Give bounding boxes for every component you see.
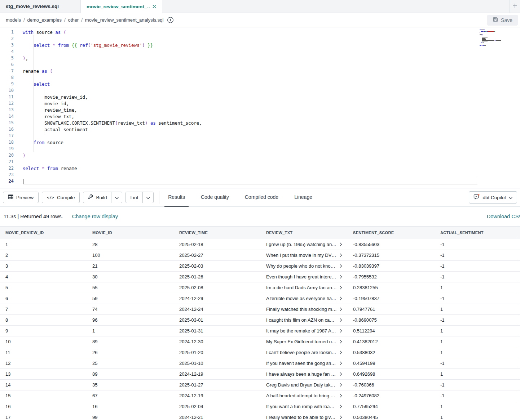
code-line[interactable]: 11 movie_review_id,: [0, 94, 520, 100]
code-line[interactable]: 17: [0, 133, 520, 139]
code-line[interactable]: 3 select * from {{ ref('stg_movie_review…: [0, 42, 520, 48]
expand-row-chevron-icon[interactable]: [340, 286, 342, 290]
table-icon: [8, 194, 13, 201]
copilot-chat-sparkle-icon: [473, 194, 480, 201]
expand-row-chevron-icon[interactable]: [340, 350, 342, 354]
table-cell: 8: [0, 317, 87, 323]
review-text: Finally watched this shocking movie last…: [266, 307, 337, 312]
table-cell: -1: [435, 263, 520, 269]
table-cell: 1: [435, 339, 520, 344]
breadcrumb-separator: /: [23, 17, 25, 23]
breadcrumb-segment[interactable]: demo_examples: [27, 17, 62, 23]
code-line[interactable]: 1with source as (: [0, 29, 520, 35]
build-button[interactable]: Build: [83, 192, 111, 203]
result-tabs: Results Code quality Compiled code Linea…: [164, 188, 325, 207]
file-tab-stg-movie-reviews[interactable]: stg_movie_reviews.sql: [0, 0, 80, 13]
copilot-sparkle-badge-icon[interactable]: [167, 17, 174, 23]
table-cell: 1: [435, 371, 520, 377]
table-cell: 2025-01-27: [174, 382, 261, 388]
file-tab-label: movie_review_sentiment_…: [87, 4, 150, 9]
expand-row-chevron-icon[interactable]: [340, 415, 342, 419]
tab-results[interactable]: Results: [164, 188, 189, 207]
table-cell: 2025-02-03: [174, 263, 261, 269]
preview-button[interactable]: Preview: [3, 192, 39, 203]
build-dropdown-button[interactable]: [111, 192, 122, 203]
close-icon[interactable]: [153, 5, 156, 8]
code-line[interactable]: 16 actual_sentiment: [0, 126, 520, 133]
compile-button[interactable]: </> Compile: [42, 192, 80, 203]
code-line[interactable]: 5),: [0, 55, 520, 61]
expand-row-chevron-icon[interactable]: [340, 329, 342, 333]
review-text: I have always been a huge fan of "Home M…: [266, 371, 337, 377]
code-line[interactable]: 7rename as (: [0, 68, 520, 74]
code-line[interactable]: 19: [0, 146, 520, 152]
dbt-cloud-ide: stg_movie_reviews.sql movie_review_senti…: [0, 0, 520, 420]
table-row: 16162025-02-04If you want a fun romp wit…: [0, 401, 520, 412]
review-text: Greg Davis and Bryan Daly take some craz…: [266, 382, 337, 388]
column-header-movie_review_id: MOVIE_REVIEW_ID: [0, 231, 87, 235]
table-cell: I can't believe people are looking for a…: [261, 350, 348, 355]
expand-row-chevron-icon[interactable]: [340, 253, 342, 257]
code-line[interactable]: 21: [0, 158, 520, 165]
table-cell: 0.5112294: [348, 328, 435, 334]
review-text: I really wanted to be able to give this …: [266, 415, 337, 420]
table-cell: 59: [87, 296, 174, 301]
expand-row-chevron-icon[interactable]: [340, 264, 342, 268]
table-cell: -0.83555603: [348, 242, 435, 247]
expand-row-chevron-icon[interactable]: [340, 405, 342, 408]
table-cell: -0.8690075: [348, 317, 435, 323]
new-tab-button[interactable]: [509, 0, 520, 13]
breadcrumb-segment[interactable]: other: [68, 17, 79, 23]
plus-icon: [512, 3, 517, 10]
code-line[interactable]: 14 review_txt,: [0, 113, 520, 120]
code-line[interactable]: 12 movie_id,: [0, 100, 520, 107]
code-line[interactable]: 8: [0, 74, 520, 81]
lint-dropdown-button[interactable]: [142, 192, 153, 203]
code-line[interactable]: 9 select: [0, 81, 520, 87]
expand-row-chevron-icon[interactable]: [340, 394, 342, 398]
code-line[interactable]: 20): [0, 152, 520, 158]
line-number: 7: [0, 68, 14, 74]
line-number: 8: [0, 74, 14, 81]
code-line[interactable]: 22select * from rename: [0, 165, 520, 171]
expand-row-chevron-icon[interactable]: [340, 275, 342, 279]
line-number: 5: [0, 55, 14, 61]
table-cell: 4: [0, 274, 87, 280]
code-lines: 1with source as (23 select * from {{ ref…: [0, 29, 520, 184]
code-line[interactable]: 10: [0, 87, 520, 94]
expand-row-chevron-icon[interactable]: [340, 383, 342, 387]
tab-lineage[interactable]: Lineage: [291, 188, 316, 207]
change-row-display-link[interactable]: Change row display: [72, 214, 118, 219]
expand-row-chevron-icon[interactable]: [340, 318, 342, 322]
code-line[interactable]: 15 SNOWFLAKE.CORTEX.SENTIMENT(review_txt…: [0, 120, 520, 126]
table-cell: 2024-12-19: [174, 393, 261, 398]
expand-row-chevron-icon[interactable]: [340, 296, 342, 300]
expand-row-chevron-icon[interactable]: [340, 307, 342, 311]
code-line[interactable]: 13 review_time,: [0, 107, 520, 113]
lint-button[interactable]: Lint: [126, 192, 142, 203]
code-editor[interactable]: 1with source as (23 select * from {{ ref…: [0, 27, 520, 188]
table-cell: My Super Ex Girlfriend turned out to be …: [261, 339, 348, 344]
save-button[interactable]: Save: [487, 15, 518, 26]
code-line[interactable]: 2: [0, 35, 520, 42]
expand-row-chevron-icon[interactable]: [340, 372, 342, 376]
tab-code-quality[interactable]: Code quality: [197, 188, 233, 207]
code-line[interactable]: 24: [0, 178, 520, 184]
tab-compiled-code[interactable]: Compiled code: [241, 188, 282, 207]
expand-row-chevron-icon[interactable]: [340, 242, 342, 246]
expand-row-chevron-icon[interactable]: [340, 340, 342, 344]
code-line[interactable]: 6: [0, 61, 520, 68]
table-cell: -0.37372315: [348, 253, 435, 258]
dbt-copilot-button[interactable]: dbt Copilot: [469, 191, 517, 204]
breadcrumb-segment[interactable]: models: [6, 17, 21, 23]
file-tab-movie-review-sentiment[interactable]: movie_review_sentiment_…: [80, 0, 162, 13]
table-cell: 3: [0, 263, 87, 269]
minimap[interactable]: [480, 30, 503, 48]
download-csv-link[interactable]: Download CSV: [487, 214, 520, 219]
table-cell: -1: [435, 253, 520, 258]
column-header-review_time: REVIEW_TIME: [174, 231, 261, 235]
code-line[interactable]: 18 from source: [0, 139, 520, 146]
code-line[interactable]: 23: [0, 171, 520, 178]
expand-row-chevron-icon[interactable]: [340, 361, 342, 365]
code-line[interactable]: 4: [0, 48, 520, 55]
